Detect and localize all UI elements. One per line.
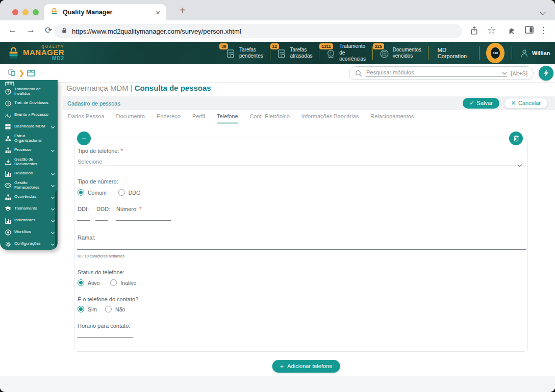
address-bar[interactable]: https://www.md2qualitymanager.com/survey… (54, 24, 462, 38)
browser-tab[interactable]: Quality Manager × (44, 4, 166, 20)
tab-perfil[interactable]: Perfil (192, 113, 205, 124)
radio-inativo[interactable] (110, 279, 117, 286)
tab-endereco[interactable]: Endereço (157, 113, 181, 124)
svg-text:?: ? (7, 101, 9, 106)
alert-circle-icon (5, 89, 11, 95)
ddd-input[interactable] (95, 214, 108, 221)
ddi-input[interactable] (77, 214, 90, 221)
tab-close-icon[interactable]: × (156, 9, 160, 16)
sidebar-item-tratamento-invalidos[interactable]: Tratamento de Inválidos (0, 86, 58, 97)
tab-dados-pessoa[interactable]: Dados Pessoa (68, 113, 105, 124)
extensions-puzzle-icon[interactable] (508, 26, 516, 37)
chevron-down-icon (51, 172, 55, 175)
sidebar-item-evento-processo[interactable]: A Evento x Processo (0, 109, 58, 121)
cancel-button[interactable]: ✕Cancelar (504, 98, 548, 109)
sitemap-icon (5, 194, 11, 200)
tab-telefone[interactable]: Telefone (217, 113, 238, 124)
download-icon (5, 159, 11, 165)
sidebar-item-gestao-documentos[interactable]: Gestão de Documentos (0, 156, 58, 168)
browser-menu-icon[interactable]: ⋮ (539, 25, 548, 36)
badge-label: Tarefaspendentes (239, 47, 263, 60)
panel-title: Cadastro de pessoas (67, 100, 120, 107)
sidebar-item-ocorrencias[interactable]: Ocorrências (0, 191, 58, 203)
badge-tarefas-atrasadas[interactable]: 12 Tarefasatrasadas (270, 42, 319, 64)
side-panel-icon[interactable] (525, 26, 534, 36)
sidebar-item-estrut-organizacional[interactable]: Estrut. Organizacional (0, 133, 58, 144)
orange-chevron-icon: ❯ (19, 70, 24, 76)
sidebar-item-processo[interactable]: Processo (0, 144, 58, 156)
breadcrumb: Governança MDM|Consulta de pessoas (66, 84, 211, 92)
search-chevron-icon[interactable] (502, 70, 507, 74)
ramal-input[interactable] (77, 243, 526, 250)
close-window-icon[interactable] (12, 9, 18, 15)
minimize-window-icon[interactable] (22, 9, 29, 15)
logo-icon (7, 46, 20, 60)
score-ring[interactable]: 120 (486, 43, 504, 63)
tab-documento[interactable]: Documento (116, 113, 145, 124)
badge-count: 12 (270, 43, 279, 49)
radio-comum[interactable] (78, 189, 84, 196)
back-icon[interactable]: ← (8, 25, 17, 35)
app-logo[interactable]: QUALITY MANAGER MD2 (7, 45, 64, 61)
horario-input[interactable] (77, 330, 133, 338)
select-chevron-icon[interactable] (518, 159, 521, 168)
chevron-down-icon (51, 148, 55, 152)
search-icon (355, 70, 362, 77)
new-tab-button[interactable]: + (175, 3, 190, 17)
sidebar-item-partial[interactable] (0, 80, 58, 86)
sidebar-item-relatorios[interactable]: Relatórios (0, 168, 58, 179)
add-phone-button[interactable]: + Adicionar telefone (272, 360, 340, 373)
sidebar-item-indicadores[interactable]: Indicadores (0, 215, 58, 226)
module-search[interactable]: Pesquisar módulos [Alt+S] (349, 66, 534, 80)
sidebar-item-gestao-fornecedores[interactable]: Gestão Fornecedores (0, 179, 58, 191)
screens-icon[interactable] (8, 69, 16, 76)
company-name[interactable]: MD Corporation (428, 47, 479, 59)
dashboard-icon (5, 124, 11, 129)
delete-card-button[interactable] (509, 132, 523, 145)
check-icon: ✓ (469, 100, 474, 106)
tab-informacoes-bancarias[interactable]: Informações Bancárias (301, 113, 359, 124)
sidebar-item-dashboard-mdm[interactable]: Dashboard MDM (0, 121, 58, 133)
collapse-card-button[interactable]: − (77, 132, 91, 145)
svg-text:A: A (5, 112, 8, 118)
radio-sim[interactable] (78, 306, 84, 312)
quick-actions-button[interactable] (539, 66, 553, 81)
window-controls[interactable] (12, 8, 43, 17)
radio-ativo[interactable] (78, 279, 84, 286)
sidebar-scrollbar[interactable] (55, 191, 57, 248)
save-button[interactable]: ✓Salvar (463, 98, 499, 109)
numero-input[interactable] (116, 214, 171, 221)
graduation-cap-icon (5, 206, 11, 212)
close-icon: ✕ (511, 100, 516, 106)
user-menu[interactable]: Willian (512, 49, 555, 58)
header-menu: 39 Tarefaspendentes 12 Tarefasatrasadas … (219, 42, 555, 64)
tabstrip-chevron-icon[interactable] (541, 7, 545, 16)
badge-documentos-vencidos[interactable]: 225 Documentosvencidos (373, 42, 428, 64)
maximize-window-icon[interactable] (33, 9, 39, 15)
logo-line2: MANAGER (23, 48, 64, 56)
search-shortcut: [Alt+S] (511, 70, 527, 76)
sidebar-item-trat-duvidosos[interactable]: ? Trat. de Duvidosos (0, 97, 58, 109)
bookmark-star-icon[interactable]: ☆ (487, 24, 496, 36)
badge-count: 1311 (319, 43, 333, 49)
sidebar-item-configuracoes[interactable]: Configurações (0, 238, 58, 250)
share-icon[interactable] (470, 26, 478, 37)
tab-cont-eletronico[interactable]: Cont. Eletrônico (250, 113, 290, 124)
reload-icon[interactable]: ⟳ (45, 25, 52, 36)
chevron-down-icon (51, 207, 55, 211)
badge-tarefas-pendentes[interactable]: 39 Tarefaspendentes (219, 42, 270, 64)
tab-relacionamentos[interactable]: Relacionamentos (370, 113, 414, 124)
sidebar-item-workflow[interactable]: Workflow (0, 226, 58, 238)
badge-count: 225 (373, 43, 384, 49)
sidebar-item-treinamento[interactable]: Treinamento (0, 203, 58, 215)
radio-ddg[interactable] (118, 189, 125, 196)
ddi-label: DDI: (78, 206, 89, 212)
search-input[interactable]: Pesquisar módulos (366, 69, 503, 75)
tipo-telefone-label: Tipo de telefone:* (78, 148, 123, 154)
sitemap-icon (5, 147, 11, 153)
radio-nao[interactable] (105, 306, 112, 312)
window-module-icon[interactable] (27, 70, 35, 76)
signature-icon: A (5, 112, 11, 118)
forward-icon[interactable]: → (27, 25, 35, 35)
badge-tratamento-ocorrencias[interactable]: 1311 Tratamento deocorrências (319, 42, 372, 64)
